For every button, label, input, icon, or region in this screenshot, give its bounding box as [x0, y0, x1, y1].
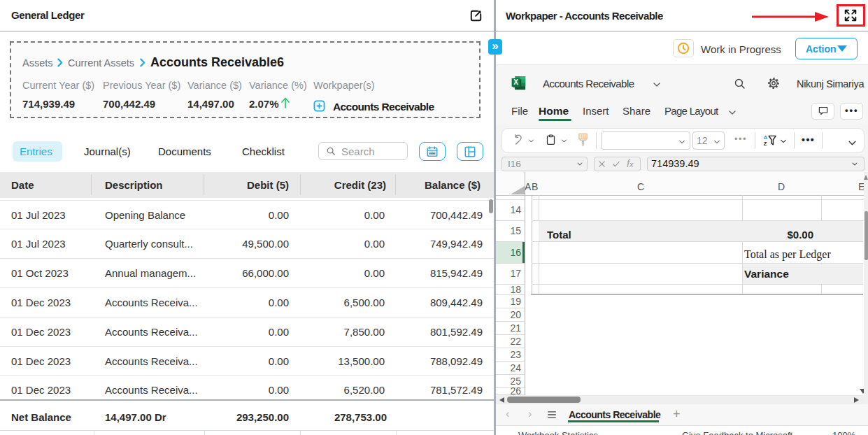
- svg-text:A: A: [764, 134, 768, 141]
- svg-text:Z: Z: [764, 141, 767, 147]
- svg-text:X: X: [513, 78, 518, 86]
